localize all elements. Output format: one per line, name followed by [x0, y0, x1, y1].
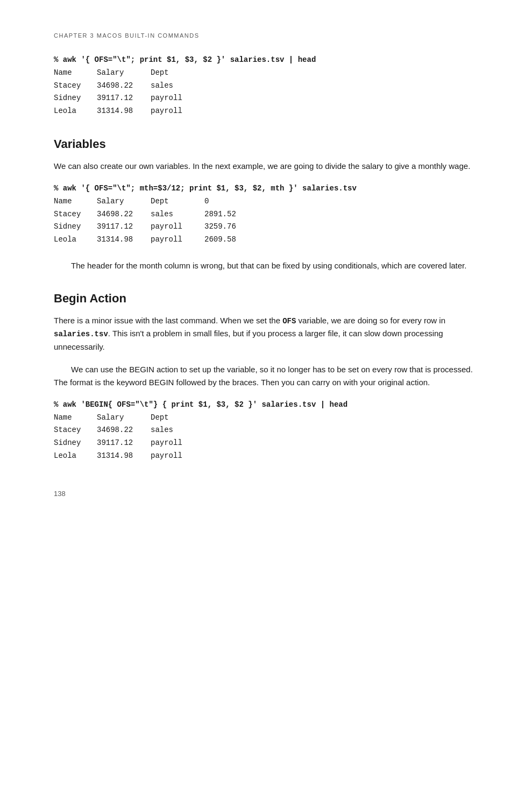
table-row: Leola31314.98payroll2609.58: [54, 233, 478, 246]
begin-body-2: We can use the BEGIN action to set up th…: [54, 363, 478, 389]
code-block-1: % awk '{ OFS="\t"; print $1, $3, $2 }' s…: [54, 54, 478, 118]
table-row: Sidney39117.12payroll3259.76: [54, 221, 478, 233]
begin-body-1: There is a minor issue with the last com…: [54, 314, 478, 353]
page-number: 138: [54, 490, 478, 498]
code-block-3: % awk 'BEGIN{ OFS="\t"} { print $1, $3, …: [54, 399, 478, 463]
code-cmd-2: % awk '{ OFS="\t"; mth=$3/12; print $1, …: [54, 182, 478, 195]
table-row: Stacey34698.22sales2891.52: [54, 208, 478, 221]
begin-body-1-text-mid: variable, we are doing so for every row …: [296, 316, 445, 325]
begin-inline-code-2: BEGIN: [149, 378, 174, 387]
table-row: NameSalaryDept: [54, 412, 478, 424]
code-output-3: NameSalaryDept Stacey34698.22sales Sidne…: [54, 412, 478, 463]
salaries-tsv-inline-code: salaries.tsv: [54, 330, 108, 338]
table-row: Stacey34698.22sales: [54, 80, 478, 93]
table-row: Sidney39117.12payroll: [54, 92, 478, 105]
section-title-begin-action: Begin Action: [54, 292, 478, 306]
table-row: NameSalaryDept0: [54, 195, 478, 208]
table-row: NameSalaryDept: [54, 67, 478, 80]
ofs-inline-code: OFS: [282, 317, 296, 325]
table-row: Leola31314.98payroll: [54, 450, 478, 463]
variables-body-text: We can also create our own variables. In…: [54, 160, 478, 173]
text-after-code2: The header for the month column is wrong…: [54, 259, 478, 272]
section-title-variables: Variables: [54, 137, 478, 151]
code-output-2: NameSalaryDept0 Stacey34698.22sales2891.…: [54, 195, 478, 246]
begin-body-1-text-suffix: . This isn't a problem in small files, b…: [54, 329, 443, 351]
code-cmd-3: % awk 'BEGIN{ OFS="\t"} { print $1, $3, …: [54, 399, 478, 412]
begin-body-1-text-prefix: There is a minor issue with the last com…: [54, 316, 282, 325]
table-row: Leola31314.98payroll: [54, 105, 478, 118]
begin-body-2-suffix: followed by the braces. Then you can car…: [174, 378, 430, 387]
chapter-header: CHAPTER 3 MACOS BUILT-IN COMMANDS: [54, 32, 478, 39]
code-cmd-1: % awk '{ OFS="\t"; print $1, $3, $2 }' s…: [54, 54, 478, 67]
begin-inline-code-1: BEGIN: [129, 365, 154, 374]
code-output-1: NameSalaryDept Stacey34698.22sales Sidne…: [54, 67, 478, 118]
table-row: Sidney39117.12payroll: [54, 437, 478, 450]
begin-body-2-prefix: We can use the: [71, 365, 129, 374]
table-row: Stacey34698.22sales: [54, 424, 478, 437]
code-block-2: % awk '{ OFS="\t"; mth=$3/12; print $1, …: [54, 182, 478, 246]
